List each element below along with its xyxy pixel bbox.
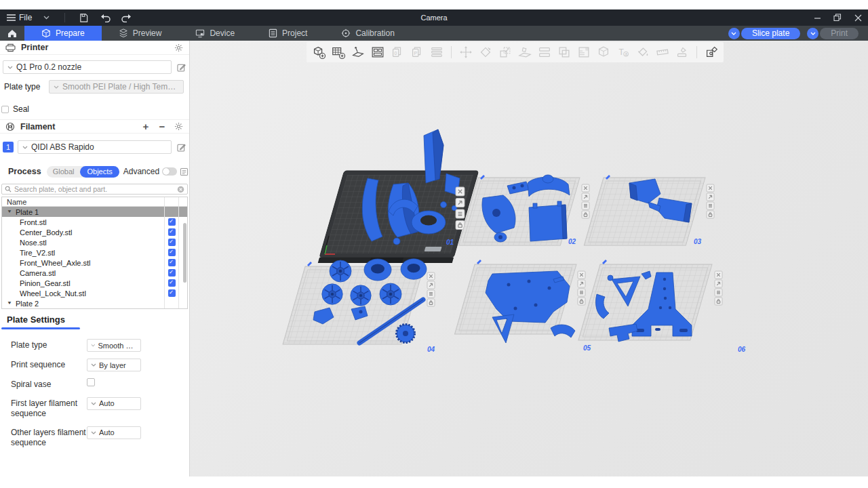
plate-settings-active-underline xyxy=(1,327,80,329)
lock-plate-icon[interactable] xyxy=(715,298,722,305)
plate-type-field-select[interactable]: Smooth PEI ... xyxy=(87,339,141,352)
tree-row-object[interactable]: Camera.stl xyxy=(2,268,187,278)
search-input[interactable] xyxy=(14,185,174,193)
plate-settings-icon[interactable] xyxy=(707,202,714,209)
print-button[interactable]: Print xyxy=(820,28,859,39)
redo-button[interactable] xyxy=(119,12,134,24)
plate-settings-icon[interactable] xyxy=(456,209,465,218)
field-label: Print sequence xyxy=(11,359,87,371)
tree-row-plate2[interactable]: ▼Plate 2 xyxy=(2,298,187,308)
detail-list-icon[interactable] xyxy=(180,167,189,176)
remove-filament-button[interactable]: − xyxy=(157,122,167,131)
scope-objects-button[interactable]: Objects xyxy=(80,166,119,178)
lock-plate-icon[interactable] xyxy=(427,299,435,306)
object-visible-checkbox[interactable] xyxy=(168,279,176,287)
close-button[interactable] xyxy=(848,9,868,26)
tab-preview[interactable]: Preview xyxy=(102,26,179,41)
field-value: Auto xyxy=(99,428,115,436)
delete-plate-icon[interactable] xyxy=(427,272,435,280)
print-options-button[interactable] xyxy=(807,28,818,39)
tree-row-object[interactable]: Pinion_Gear.stl xyxy=(2,278,187,288)
collapse-chevron-icon[interactable]: ▼ xyxy=(7,209,12,214)
print-sequence-select[interactable]: By layer xyxy=(87,359,141,371)
object-label: Center_Body.stl xyxy=(2,228,164,237)
tab-prepare[interactable]: Prepare xyxy=(24,26,102,41)
tree-row-object[interactable]: Wheel_Lock_Nut.stl xyxy=(2,288,187,298)
object-label: Pinion_Gear.stl xyxy=(2,279,164,287)
arrange-plate-icon[interactable] xyxy=(582,193,589,201)
object-visible-checkbox[interactable] xyxy=(168,289,176,297)
plate-settings-icon[interactable] xyxy=(578,289,585,296)
tab-device[interactable]: Device xyxy=(178,26,252,41)
tree-row-object[interactable]: Center_Body.stl xyxy=(2,227,187,237)
tree-row-object[interactable]: Front_Wheel_Axle.stl xyxy=(2,258,187,268)
plate-settings-icon[interactable] xyxy=(427,290,435,298)
file-menu-dropdown[interactable] xyxy=(39,12,54,24)
edit-plate-name-icon[interactable] xyxy=(307,262,312,266)
object-visible-checkbox[interactable] xyxy=(168,218,176,226)
arrange-plate-icon[interactable] xyxy=(456,199,465,207)
restore-button[interactable] xyxy=(827,9,848,26)
delete-plate-icon[interactable] xyxy=(582,184,589,192)
edit-filament-preset-button[interactable] xyxy=(176,142,186,152)
edit-plate-name-icon[interactable] xyxy=(477,260,481,264)
lock-plate-icon[interactable] xyxy=(456,221,465,230)
arrange-plate-icon[interactable] xyxy=(427,281,435,289)
printer-settings-button[interactable] xyxy=(173,42,184,53)
object-visible-checkbox[interactable] xyxy=(168,228,176,236)
tree-row-object[interactable]: Nose.stl xyxy=(2,237,187,247)
delete-plate-icon[interactable] xyxy=(707,184,714,192)
plate-settings-icon[interactable] xyxy=(715,289,722,296)
printer-preset-select[interactable]: Q1 Pro 0.2 nozzle xyxy=(3,60,172,74)
first-layer-sequence-select[interactable]: Auto xyxy=(87,397,141,410)
advanced-toggle[interactable] xyxy=(162,167,177,176)
delete-plate-icon[interactable] xyxy=(578,271,585,279)
object-visible-checkbox[interactable] xyxy=(168,249,176,256)
other-layers-sequence-select[interactable]: Auto xyxy=(87,426,141,439)
save-button[interactable] xyxy=(76,12,91,24)
home-button[interactable] xyxy=(0,26,24,41)
filament-settings-button[interactable] xyxy=(173,121,184,132)
plate-type-select[interactable]: Smooth PEI Plate / High Temp Plate xyxy=(49,80,184,94)
edit-printer-preset-button[interactable] xyxy=(176,62,186,73)
plate-settings-icon[interactable] xyxy=(582,202,589,209)
tab-project[interactable]: Project xyxy=(252,26,324,41)
lock-plate-icon[interactable] xyxy=(578,298,585,305)
object-visible-checkbox[interactable] xyxy=(168,269,176,277)
tree-scrollbar[interactable] xyxy=(183,223,186,283)
object-visible-checkbox[interactable] xyxy=(168,259,176,266)
3d-viewport[interactable]: 0 P Ta xyxy=(190,41,868,476)
lock-plate-icon[interactable] xyxy=(582,211,589,218)
scope-global-button[interactable]: Global xyxy=(47,167,81,176)
tree-row-plate1[interactable]: ▼Plate 1 xyxy=(2,207,187,217)
spiral-vase-checkbox[interactable] xyxy=(87,378,95,386)
tab-calibration[interactable]: Calibration xyxy=(324,26,411,41)
delete-plate-icon[interactable] xyxy=(715,271,722,279)
slice-options-button[interactable] xyxy=(728,28,740,39)
tree-row-object[interactable]: Tire_V2.stl xyxy=(2,247,187,258)
preview-layers-icon xyxy=(119,28,128,38)
undo-button[interactable] xyxy=(98,12,113,24)
tree-row-object[interactable]: Front.stl xyxy=(2,217,187,227)
arrange-plate-icon[interactable] xyxy=(715,280,722,287)
filament-slot-badge[interactable]: 1 xyxy=(3,142,14,152)
seal-checkbox[interactable] xyxy=(1,106,9,113)
clear-search-icon[interactable] xyxy=(177,186,184,193)
filament-preset-select[interactable]: QIDI ABS Rapido xyxy=(18,140,172,154)
arrange-plate-icon[interactable] xyxy=(707,193,714,201)
calibration-icon xyxy=(341,28,351,38)
file-menu-button[interactable]: File xyxy=(7,12,32,24)
object-visible-checkbox[interactable] xyxy=(168,239,176,246)
plate-3-corner-icons xyxy=(707,184,714,218)
slice-plate-button[interactable]: Slice plate xyxy=(741,28,800,39)
tab-project-label: Project xyxy=(282,28,307,38)
collapse-chevron-icon[interactable]: ▼ xyxy=(7,301,12,306)
delete-plate-icon[interactable] xyxy=(456,187,465,196)
build-plates-scene[interactable]: 01 xyxy=(190,41,868,476)
chevron-down-icon xyxy=(43,16,50,20)
arrange-plate-icon[interactable] xyxy=(578,280,585,287)
edit-plate-name-icon[interactable] xyxy=(602,260,607,264)
add-filament-button[interactable]: + xyxy=(140,122,151,131)
minimize-button[interactable] xyxy=(807,9,827,26)
lock-plate-icon[interactable] xyxy=(707,211,714,218)
